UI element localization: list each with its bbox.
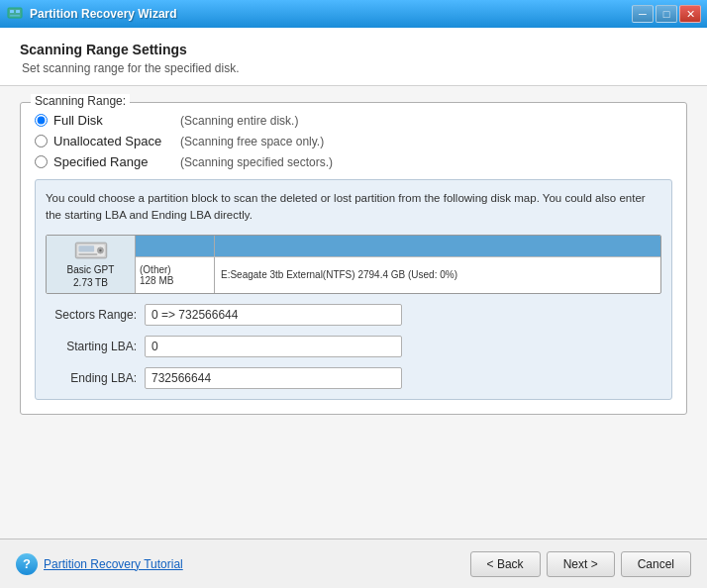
radio-specified-desc: (Scanning specified sectors.) [180,155,333,169]
radio-unallocated[interactable]: Unallocated Space (Scanning free space o… [35,134,672,148]
radio-full-disk-desc: (Scanning entire disk.) [180,114,298,128]
sectors-range-row: Sectors Range: [46,304,661,326]
header-title: Scanning Range Settings [20,42,687,57]
header-subtitle: Set scanning range for the specified dis… [22,61,687,75]
partitions-area[interactable]: (Other) 128 MB E:Seagate 3tb External(NT… [136,236,660,293]
radio-specified[interactable]: Specified Range (Scanning specified sect… [35,154,672,169]
disk-map-visual[interactable]: Basic GPT 2.73 TB (Other) 1 [46,235,661,294]
title-bar: Partition Recovery Wizard ─ □ ✕ [0,0,707,28]
group-label: Scanning Range: [31,94,130,108]
radio-unallocated-input[interactable] [35,135,48,147]
partition-large-bar[interactable] [215,236,660,256]
ending-lba-input[interactable] [145,367,402,389]
sectors-range-label: Sectors Range: [46,308,145,322]
footer: ? Partition Recovery Tutorial < Back Nex… [0,539,707,588]
partition-large-label: E:Seagate 3tb External(NTFS) 2794.4 GB (… [221,269,655,280]
ending-lba-label: Ending LBA: [46,371,145,385]
minimize-button[interactable]: ─ [632,5,654,23]
radio-specified-label: Specified Range [53,154,172,169]
svg-rect-6 [78,245,94,251]
partition-bar-row [136,236,660,257]
partition-small-bar[interactable] [136,236,215,256]
svg-rect-2 [16,10,20,13]
radio-full-disk[interactable]: Full Disk (Scanning entire disk.) [35,113,672,128]
radio-unallocated-label: Unallocated Space [53,134,172,148]
partition-small-info: (Other) 128 MB [136,257,215,293]
svg-rect-1 [10,10,14,13]
svg-point-8 [99,248,101,250]
window-controls: ─ □ ✕ [632,5,701,23]
svg-rect-3 [10,15,20,17]
back-button[interactable]: < Back [470,551,541,577]
disk-icon-cell: Basic GPT 2.73 TB [47,236,136,293]
hard-disk-icon [69,240,113,261]
starting-lba-input[interactable] [145,336,402,357]
starting-lba-label: Starting LBA: [46,340,145,353]
footer-buttons: < Back Next > Cancel [470,551,691,577]
partition-small-label: (Other) 128 MB [140,264,210,286]
help-text[interactable]: Partition Recovery Tutorial [44,557,183,571]
cancel-button[interactable]: Cancel [621,551,691,577]
window-title: Partition Recovery Wizard [30,7,626,21]
partition-large-info: E:Seagate 3tb External(NTFS) 2794.4 GB (… [215,257,660,293]
scanning-range-group: Scanning Range: Full Disk (Scanning enti… [20,102,687,415]
app-icon [6,5,24,23]
help-link[interactable]: ? Partition Recovery Tutorial [16,553,183,575]
sectors-range-input[interactable] [145,304,402,326]
radio-unallocated-desc: (Scanning free space only.) [180,135,324,148]
radio-specified-input[interactable] [35,155,48,168]
disk-label: Basic GPT 2.73 TB [67,263,115,289]
starting-lba-row: Starting LBA: [46,336,661,357]
radio-full-disk-label: Full Disk [53,113,172,128]
svg-rect-9 [78,253,97,255]
disk-map-panel: You could choose a partition block to sc… [35,179,672,400]
disk-map-description: You could choose a partition block to sc… [46,190,661,225]
radio-full-disk-input[interactable] [35,114,48,127]
header-section: Scanning Range Settings Set scanning ran… [0,28,707,86]
ending-lba-row: Ending LBA: [46,367,661,389]
maximize-button[interactable]: □ [656,5,677,23]
help-icon: ? [16,553,38,575]
content-area: Scanning Range: Full Disk (Scanning enti… [0,86,707,539]
window-body: Scanning Range Settings Set scanning ran… [0,28,707,588]
next-button[interactable]: Next > [547,551,615,577]
partition-info-row: (Other) 128 MB E:Seagate 3tb External(NT… [136,257,660,293]
close-button[interactable]: ✕ [679,5,701,23]
